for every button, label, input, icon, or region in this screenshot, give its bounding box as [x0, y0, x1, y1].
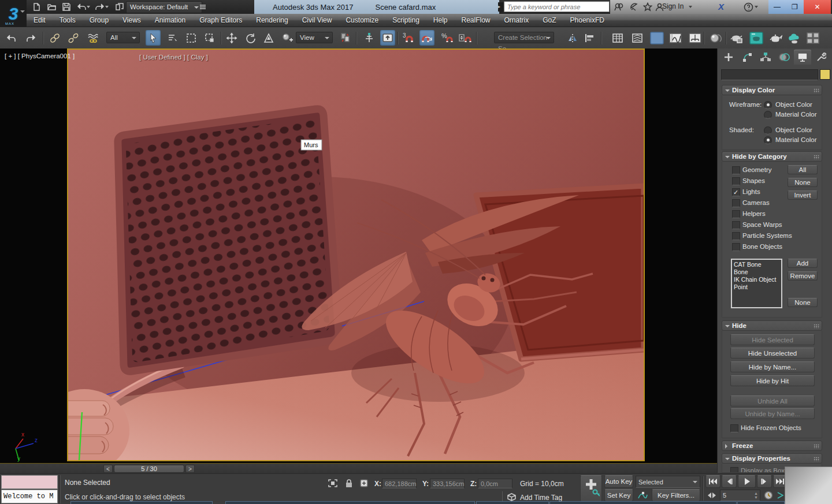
key-mode-toggle-icon[interactable] — [705, 490, 718, 501]
new-file-icon[interactable] — [30, 1, 43, 13]
project-folder-icon[interactable] — [113, 1, 126, 13]
render-setup-icon[interactable] — [729, 30, 744, 46]
mirror-icon[interactable] — [565, 30, 580, 46]
sign-in-label[interactable]: Sign In — [662, 2, 684, 10]
undo-dropdown-icon[interactable] — [86, 1, 91, 13]
next-frame-button[interactable] — [757, 475, 772, 488]
time-configuration-icon[interactable] — [763, 490, 774, 501]
search-input[interactable] — [504, 1, 610, 12]
shaded-material-color-radio[interactable] — [764, 136, 772, 144]
coord-z-field[interactable]: 0,0cm — [478, 479, 512, 488]
wireframe-material-color-radio[interactable] — [764, 111, 772, 119]
display-as-box-checkbox[interactable] — [730, 467, 738, 473]
keyboard-shortcut-override-toggle[interactable] — [380, 30, 395, 46]
list-item[interactable]: IK Chain Object — [734, 276, 779, 283]
rollout-freeze[interactable]: Freeze — [722, 440, 822, 451]
reference-coordinate-dropdown[interactable]: View — [296, 32, 333, 43]
help-dropdown-icon[interactable] — [753, 1, 759, 13]
render-in-cloud-icon[interactable] — [787, 30, 802, 46]
menu-realflow[interactable]: RealFlow — [455, 16, 497, 24]
menu-views[interactable]: Views — [116, 16, 148, 24]
category-helpers-checkbox[interactable] — [732, 210, 740, 218]
select-and-manipulate-icon[interactable] — [280, 30, 295, 46]
select-and-link-icon[interactable] — [47, 30, 62, 46]
workspace-menu-icon[interactable] — [196, 1, 209, 13]
select-and-move-icon[interactable] — [224, 30, 239, 46]
select-and-rotate-icon[interactable] — [243, 30, 258, 46]
category-add-button[interactable]: Add — [788, 259, 818, 268]
shaded-object-color-radio[interactable] — [764, 126, 772, 135]
hide-frozen-objects-checkbox[interactable] — [730, 424, 738, 432]
time-slider-next-button[interactable]: > — [185, 465, 195, 473]
category-cameras-checkbox[interactable] — [732, 199, 740, 207]
search-icon[interactable] — [612, 1, 625, 13]
play-button[interactable] — [738, 475, 756, 488]
favorites-star-icon[interactable] — [641, 1, 654, 13]
frame-spinner[interactable]: ▲▼ — [754, 491, 758, 499]
wireframe-object-color-radio[interactable] — [764, 101, 772, 109]
list-item[interactable]: Bone — [734, 268, 779, 276]
rollout-hide[interactable]: Hide — [722, 320, 822, 331]
menu-customize[interactable]: Customize — [339, 16, 385, 24]
select-and-scale-icon[interactable] — [261, 30, 276, 46]
minimize-button[interactable]: — — [768, 0, 786, 14]
hide-by-hit-button[interactable]: Hide by Hit — [730, 375, 815, 386]
open-file-icon[interactable] — [45, 1, 58, 13]
maximize-button[interactable]: ❐ — [786, 0, 804, 14]
spinner-snap-toggle[interactable] — [458, 30, 473, 46]
hide-selected-button[interactable]: Hide Selected — [730, 334, 815, 345]
maxscript-listener-line[interactable]: Welcome to M — [1, 490, 58, 503]
use-pivot-point-icon[interactable] — [337, 30, 352, 46]
workspace-dropdown[interactable]: Workspace: Default — [126, 1, 202, 13]
sign-in-dropdown-icon[interactable] — [688, 1, 693, 13]
close-button[interactable]: ✕ — [804, 0, 831, 14]
menu-edit[interactable]: Edit — [27, 16, 53, 24]
set-key-mode-icon[interactable] — [636, 490, 649, 501]
menu-rendering[interactable]: Rendering — [249, 16, 295, 24]
menu-animation[interactable]: Animation — [148, 16, 192, 24]
ribbon-toggle-icon[interactable] — [649, 30, 664, 46]
hide-by-name-button[interactable]: Hide by Name... — [730, 361, 815, 372]
category-invert-button[interactable]: Invert — [788, 191, 818, 200]
add-time-tag[interactable]: Add Time Tag — [520, 494, 562, 502]
window-crossing-icon[interactable] — [202, 30, 217, 46]
render-presets-icon[interactable] — [805, 30, 820, 46]
render-production-icon[interactable] — [768, 30, 783, 46]
rollout-display-color[interactable]: Display Color — [722, 85, 822, 95]
curve-editor-icon[interactable] — [668, 30, 683, 46]
tab-modify[interactable] — [738, 50, 756, 65]
align-icon[interactable] — [582, 30, 597, 46]
rollout-display-properties[interactable]: Display Properties — [722, 453, 822, 464]
viewport-menu-label[interactable]: [ + ] [ PhysCamera001 ] — [5, 53, 75, 59]
angle-snap-toggle[interactable] — [419, 30, 434, 46]
create-key-button[interactable] — [580, 475, 602, 502]
absolute-mode-toggle[interactable] — [358, 478, 370, 488]
tab-create[interactable] — [720, 50, 737, 65]
time-slider-track[interactable]: < 5 / 30 > — [0, 463, 717, 474]
tab-motion[interactable] — [775, 50, 793, 65]
redo-scene-icon[interactable] — [23, 30, 38, 46]
hide-unselected-button[interactable]: Hide Unselected — [730, 348, 815, 359]
list-item[interactable]: CAT Bone — [734, 261, 779, 268]
coord-y-field[interactable]: 333,156cm — [430, 479, 465, 488]
menu-goz[interactable]: GoZ — [536, 16, 563, 24]
object-name-field[interactable] — [721, 69, 818, 80]
auto-key-button[interactable]: Auto Key — [604, 475, 633, 488]
redo-dropdown-icon[interactable] — [104, 1, 110, 13]
menu-graph-editors[interactable]: Graph Editors — [192, 16, 249, 24]
viewport-area[interactable]: Murs [ User Defined ] [ Clay ] [ + ] [ P… — [0, 48, 717, 463]
camera-viewport[interactable]: Murs [ User Defined ] [ Clay ] — [67, 48, 645, 461]
maxscript-listener-macro-line[interactable] — [1, 475, 58, 489]
category-geometry-checkbox[interactable] — [732, 166, 740, 174]
select-by-name-icon[interactable] — [165, 30, 180, 46]
current-frame-field[interactable]: 5 ▲▼ — [720, 490, 760, 501]
category-bone-objects-checkbox[interactable] — [732, 243, 740, 251]
set-key-button[interactable]: Set Key — [604, 489, 633, 502]
menu-group[interactable]: Group — [83, 16, 116, 24]
tab-hierarchy[interactable] — [757, 50, 774, 65]
scene-explorer-icon[interactable] — [630, 30, 645, 46]
exchange-apps-icon[interactable]: X — [718, 2, 730, 12]
unhide-all-button[interactable]: Unhide All — [730, 395, 815, 406]
category-shapes-checkbox[interactable] — [732, 177, 740, 185]
object-color-swatch[interactable] — [820, 69, 830, 80]
